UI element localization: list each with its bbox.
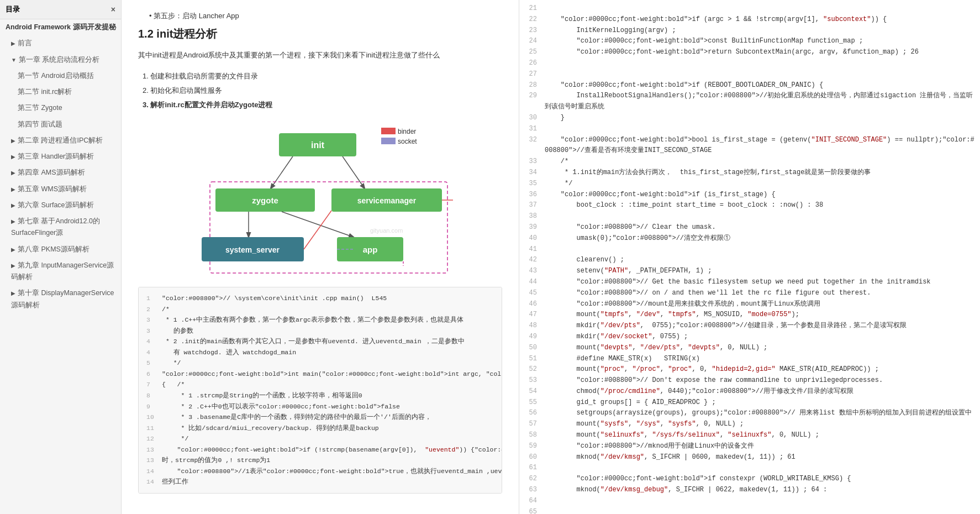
sidebar-label-chap5: 第五章 WMS源码解析 [18, 185, 87, 193]
sidebar-label-preface: 前言 [18, 39, 32, 47]
sidebar-items-container: Android Framework 源码开发提秘▶前言▼第一章 系统启动流程分析… [0, 19, 121, 313]
code-line: 13时，strcmp的值为0 ,! strcmp为1 [146, 455, 494, 466]
line-number: 45 [525, 288, 545, 299]
sidebar-label-chap1: 第一章 系统启动流程分析 [19, 56, 99, 64]
sidebar-label-chap7: 第七章 基于Android12.0的SurfaceFlinger源 [11, 217, 100, 237]
line-code: mount("tmpfs", "/dev", "tmpfs", MS_NOSUI… [545, 310, 799, 321]
sidebar-item-chap1-3[interactable]: 第三节 Zygote [0, 100, 121, 116]
code-panel-line: 54 chmod("/proc/cmdline", 0440);"color:#… [519, 386, 980, 397]
line-code: "color:#0000cc;font-weight:bold">if (is_… [545, 190, 776, 201]
line-number: 46 [525, 299, 545, 310]
code-line: 11 * 比如/sdcard/miui_recovery/backup. 得到的… [146, 423, 494, 434]
line-code: "color:#008800">//mknod用于创建Linux中的设备文件 [545, 441, 754, 452]
code-line: 1"color:#008800">// \system\core\init\in… [146, 293, 494, 304]
code-panel[interactable]: 2122 "color:#0000cc;font-weight:bold">if… [519, 0, 980, 514]
sidebar-item-chap5[interactable]: ▶第五章 WMS源码解析 [0, 181, 121, 197]
line-code: "color:#0000cc;font-weight:bold">if (REB… [545, 80, 823, 91]
svg-rect-2 [381, 138, 396, 144]
code-line: 3 * 1 .C++中主函数有两个参数，第一个参数argc表示参数个数，第二个参… [146, 314, 494, 326]
sidebar-label-chap1-2: 第二节 init.rc解析 [18, 88, 72, 96]
code-line: 12 */ [146, 433, 494, 444]
svg-text:binder: binder [398, 128, 416, 135]
code-line: 4 有 watchdogd. 进入 watchdogd_main [146, 347, 494, 358]
line-code: InitKernelLogging(argv) ; [545, 25, 676, 36]
diagram-svg: binder socket init zygote servicemanager [182, 122, 459, 277]
sidebar-item-chap9[interactable]: ▶第九章 InputManagerService源码解析 [0, 258, 121, 286]
code-panel-line: 24 "color:#0000cc;font-weight:bold">cons… [519, 36, 980, 47]
line-number: 36 [525, 190, 545, 201]
sidebar-item-chap7[interactable]: ▶第七章 基于Android12.0的SurfaceFlinger源 [0, 213, 121, 242]
sidebar-item-chap6[interactable]: ▶第六章 Surface源码解析 [0, 197, 121, 213]
sidebar-item-preface[interactable]: ▶前言 [0, 35, 121, 51]
line-number: 35 [525, 179, 545, 190]
code-panel-line: 29 InstallRebootSignalHandlers();"color:… [519, 91, 980, 113]
code-block: 1"color:#008800">// \system\core\init\in… [138, 287, 502, 494]
line-number: 27 [525, 69, 545, 80]
code-panel-line: 45 "color:#008800">// on / and then we'l… [519, 288, 980, 299]
sidebar-item-chap1[interactable]: ▼第一章 系统启动流程分析 [0, 52, 121, 68]
sidebar-label-chap10: 第十章 DisplayManagerService源码解析 [11, 289, 114, 308]
line-number: 29 [525, 91, 545, 102]
line-code: "color:#008800">// Don't expose the raw … [545, 375, 883, 386]
sidebar-item-chap4[interactable]: ▶第四章 AMS源码解析 [0, 165, 121, 181]
line-number: 21 [525, 3, 545, 14]
svg-text:system_server: system_server [225, 245, 280, 254]
code-panel-line: 44 "color:#008800">// Get the basic file… [519, 277, 980, 288]
code-panel-line: 31 [519, 124, 980, 135]
sidebar-item-chap2[interactable]: ▶第二章 跨进程通信IPC解析 [0, 133, 121, 149]
code-panel-line: 38 [519, 211, 980, 222]
sidebar-item-chap10[interactable]: ▶第十章 DisplayManagerService源码解析 [0, 285, 121, 313]
line-number: 65 [525, 507, 545, 514]
line-number: 57 [525, 419, 545, 430]
code-line: 6"color:#0000cc;font-weight:bold">int ma… [146, 369, 494, 380]
line-number: 24 [525, 36, 545, 47]
line-number: 53 [525, 375, 545, 386]
line-number: 61 [525, 463, 545, 474]
line-code: mount("proc", "/proc", "proc", 0, "hidep… [545, 364, 879, 375]
code-panel-line: 35 */ [519, 179, 980, 190]
line-code: * 1.init的main方法会执行两次， this_first_stage控制… [545, 167, 871, 179]
code-panel-line: 41 [519, 244, 980, 255]
sidebar-item-chap1-4[interactable]: 第四节 面试题 [0, 117, 121, 133]
sidebar-label-chap6: 第六章 Surface源码解析 [18, 201, 94, 209]
line-number: 50 [525, 343, 545, 354]
line-code: "color:#008800">// on / and then we'll l… [545, 288, 871, 299]
code-lines: 1"color:#008800">// \system\core\init\in… [146, 293, 494, 487]
line-number: 54 [525, 386, 545, 397]
line-number: 22 [525, 14, 545, 25]
line-number: 62 [525, 474, 545, 485]
code-panel-line: 56 setgroups(arraysize(groups), groups);… [519, 408, 980, 419]
line-code: mknod("/dev/kmsg_debug", S_IFCHR | 0622,… [545, 485, 827, 496]
line-number: 41 [525, 244, 545, 255]
line-number: 47 [525, 310, 545, 321]
sidebar-item-chap8[interactable]: ▶第八章 PKMS源码解析 [0, 242, 121, 258]
sidebar-label-book-title: Android Framework 源码开发提秘 [6, 23, 116, 31]
sidebar-item-chap1-2[interactable]: 第二节 init.rc解析 [0, 84, 121, 100]
code-panel-line: 33 /* [519, 156, 980, 167]
article-list: 1. 创建和挂载启动所需要的文件目录 2. 初始化和启动属性服务 3. 解析in… [138, 69, 502, 112]
line-code: "color:#008800">//mount是用来挂载文件系统的，mount属… [545, 299, 820, 310]
sidebar-close-button[interactable]: × [111, 5, 115, 14]
list-item-3: 3. 解析init.rc配置文件并启动Zygote进程 [138, 98, 502, 112]
line-code: setgroups(arraysize(groups), groups);"co… [545, 408, 972, 419]
sidebar-item-book-title[interactable]: Android Framework 源码开发提秘 [0, 19, 121, 35]
code-panel-line: 53 "color:#008800">// Don't expose the r… [519, 375, 980, 386]
line-number: 25 [525, 47, 545, 58]
code-panel-line: 42 clearenv() ; [519, 255, 980, 266]
line-number: 34 [525, 167, 545, 179]
code-line: 7{ /* [146, 379, 494, 390]
line-number: 52 [525, 364, 545, 375]
code-panel-line: 51 #define MAKE_STR(x) STRING(x) [519, 354, 980, 365]
code-panel-line: 55 gid_t groups[] = { AID_READPROC } ; [519, 397, 980, 408]
list-item-1: 1. 创建和挂载启动所需要的文件目录 [138, 69, 502, 83]
code-panel-line: 65 [519, 507, 980, 514]
code-panel-line: 39 "color:#008800">// Clear the umask. [519, 222, 980, 233]
sidebar-item-chap1-1[interactable]: 第一节 Android启动概括 [0, 68, 121, 84]
code-line: 14 "color:#008800">//1表示"color:#0000cc;f… [146, 466, 494, 477]
line-number: 31 [525, 124, 545, 135]
line-number: 40 [525, 233, 545, 244]
sidebar-item-chap3[interactable]: ▶第三章 Handler源码解析 [0, 149, 121, 165]
list-item-2: 2. 初始化和启动属性服务 [138, 83, 502, 98]
sidebar-label-chap1-4: 第四节 面试题 [18, 120, 62, 128]
line-code: "color:#0000cc;font-weight:bold">const B… [545, 36, 863, 47]
